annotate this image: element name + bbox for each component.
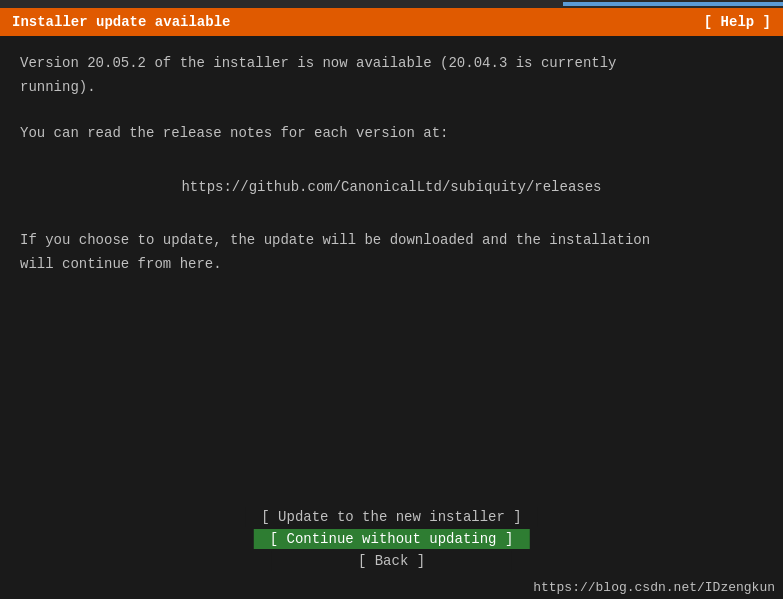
top-bar <box>0 0 783 8</box>
content-area: Version 20.05.2 of the installer is now … <box>0 36 783 293</box>
update-info-text: If you choose to update, the update will… <box>20 229 763 277</box>
version-text: Version 20.05.2 of the installer is now … <box>20 52 763 100</box>
footer-url: https://blog.csdn.net/IDzengkun <box>533 580 775 595</box>
continue-button[interactable]: [ Continue without updating ] <box>254 529 530 549</box>
title-bar: Installer update available [ Help ] <box>0 8 783 36</box>
notes-intro-text: You can read the release notes for each … <box>20 122 763 146</box>
update-button[interactable]: [ Update to the new installer ] <box>245 507 537 527</box>
url-text: https://github.com/CanonicalLtd/subiquit… <box>20 176 763 198</box>
title-text: Installer update available <box>12 14 230 30</box>
back-button[interactable]: [ Back ] <box>271 551 511 571</box>
buttons-area: [ Update to the new installer ] [ Contin… <box>245 507 537 571</box>
progress-bar <box>563 2 783 6</box>
help-button[interactable]: [ Help ] <box>704 14 771 30</box>
bottom-bar: https://blog.csdn.net/IDzengkun <box>0 576 783 599</box>
